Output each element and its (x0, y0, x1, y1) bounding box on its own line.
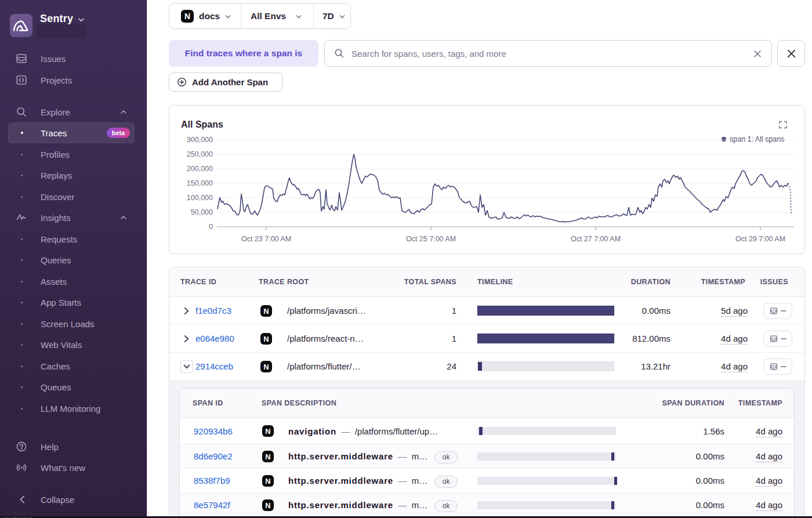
svg-text:Oct 29 7:00 AM: Oct 29 7:00 AM (735, 235, 785, 243)
svg-text:50,000: 50,000 (191, 208, 213, 216)
svg-text:0: 0 (209, 223, 213, 231)
svg-text:Oct 25 7:00 AM: Oct 25 7:00 AM (406, 235, 456, 243)
svg-text:100,000: 100,000 (187, 194, 213, 202)
svg-text:Oct 23 7:00 AM: Oct 23 7:00 AM (241, 235, 291, 243)
svg-text:Oct 27 7:00 AM: Oct 27 7:00 AM (571, 235, 621, 243)
svg-text:300,000: 300,000 (187, 136, 213, 144)
svg-text:250,000: 250,000 (187, 150, 213, 158)
svg-text:150,000: 150,000 (187, 179, 213, 187)
svg-text:200,000: 200,000 (187, 165, 213, 173)
